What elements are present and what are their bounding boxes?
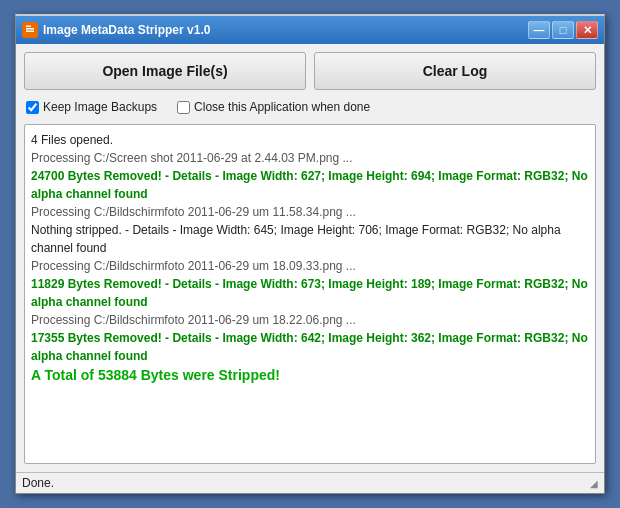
open-files-button[interactable]: Open Image File(s)	[24, 52, 306, 90]
svg-rect-2	[26, 31, 34, 33]
log-line: A Total of 53884 Bytes were Stripped!	[31, 365, 589, 386]
resize-grip: ◢	[590, 478, 598, 489]
keep-backups-label[interactable]: Keep Image Backups	[26, 100, 157, 114]
maximize-button[interactable]: □	[552, 21, 574, 39]
log-line: Processing C:/Bildschirmfoto 2011-06-29 …	[31, 203, 589, 221]
log-line: 11829 Bytes Removed! - Details - Image W…	[31, 275, 589, 311]
minimize-button[interactable]: —	[528, 21, 550, 39]
clear-log-button[interactable]: Clear Log	[314, 52, 596, 90]
keep-backups-checkbox[interactable]	[26, 101, 39, 114]
title-bar: Image MetaData Stripper v1.0 — □ ✕	[16, 16, 604, 44]
svg-rect-1	[26, 28, 34, 30]
log-line: Processing C:/Screen shot 2011-06-29 at …	[31, 149, 589, 167]
log-line: 24700 Bytes Removed! - Details - Image W…	[31, 167, 589, 203]
options-bar: Keep Image Backups Close this Applicatio…	[24, 98, 596, 116]
title-bar-left: Image MetaData Stripper v1.0	[22, 22, 210, 38]
log-area: 4 Files opened.Processing C:/Screen shot…	[24, 124, 596, 464]
svg-rect-3	[26, 26, 31, 28]
log-line: 17355 Bytes Removed! - Details - Image W…	[31, 329, 589, 365]
log-line: Processing C:/Bildschirmfoto 2011-06-29 …	[31, 311, 589, 329]
toolbar: Open Image File(s) Clear Log	[24, 52, 596, 90]
keep-backups-text: Keep Image Backups	[43, 100, 157, 114]
close-when-done-label[interactable]: Close this Application when done	[177, 100, 370, 114]
window-controls: — □ ✕	[528, 21, 598, 39]
log-line: Nothing stripped. - Details - Image Widt…	[31, 221, 589, 257]
close-when-done-text: Close this Application when done	[194, 100, 370, 114]
status-text: Done.	[22, 476, 54, 490]
status-bar: Done. ◢	[16, 472, 604, 493]
log-line: Processing C:/Bildschirmfoto 2011-06-29 …	[31, 257, 589, 275]
log-line: 4 Files opened.	[31, 131, 589, 149]
window-title: Image MetaData Stripper v1.0	[43, 23, 210, 37]
close-when-done-checkbox[interactable]	[177, 101, 190, 114]
app-icon	[22, 22, 38, 38]
main-window: Image MetaData Stripper v1.0 — □ ✕ Open …	[15, 14, 605, 494]
content-area: Open Image File(s) Clear Log Keep Image …	[16, 44, 604, 472]
close-button[interactable]: ✕	[576, 21, 598, 39]
